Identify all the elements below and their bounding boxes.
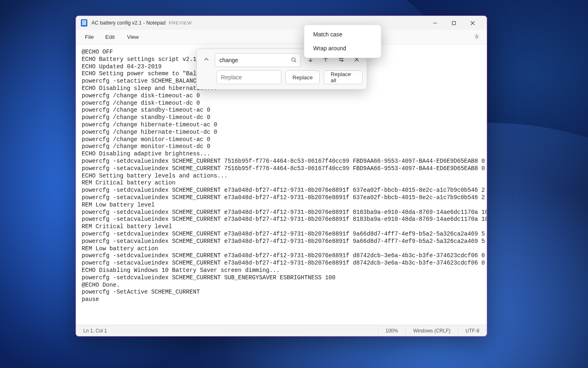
option-match-case[interactable]: Match case <box>304 27 381 41</box>
replace-input[interactable] <box>221 71 277 84</box>
menu-edit[interactable]: Edit <box>100 31 120 43</box>
preview-badge: PREVIEW <box>169 20 192 25</box>
minimize-button[interactable] <box>425 16 444 30</box>
notepad-icon <box>81 19 87 27</box>
svg-rect-1 <box>452 21 455 25</box>
gear-icon <box>473 33 480 41</box>
chevron-up-icon <box>204 56 209 64</box>
replace-button[interactable]: Replace <box>285 70 320 84</box>
desktop-wallpaper: AC battery config v2.1 - Notepad PREVIEW… <box>0 0 588 368</box>
titlebar[interactable]: AC battery config v2.1 - Notepad PREVIEW <box>76 16 487 30</box>
svg-point-5 <box>292 58 295 61</box>
status-position: Ln 1, Col 1 <box>76 325 114 336</box>
settings-button[interactable] <box>470 30 483 44</box>
search-field[interactable] <box>215 53 301 67</box>
svg-point-4 <box>476 36 477 37</box>
option-wrap-around[interactable]: Wrap around <box>304 41 381 55</box>
statusbar: Ln 1, Col 1 100% Windows (CRLF) UTF-8 <box>76 325 487 336</box>
status-encoding: UTF-8 <box>458 325 487 336</box>
status-zoom[interactable]: 100% <box>378 325 405 336</box>
status-eol: Windows (CRLF) <box>405 325 458 336</box>
svg-line-6 <box>295 61 296 62</box>
close-button[interactable] <box>463 16 482 30</box>
collapse-toggle[interactable] <box>201 53 212 67</box>
search-icon <box>291 57 297 63</box>
menu-file[interactable]: File <box>79 31 100 43</box>
search-input[interactable] <box>219 57 291 63</box>
replace-all-button[interactable]: Replace all <box>324 70 363 84</box>
menu-view[interactable]: View <box>120 31 145 43</box>
menubar: File Edit View <box>76 30 487 45</box>
maximize-button[interactable] <box>444 16 463 30</box>
replace-field[interactable] <box>216 70 281 84</box>
find-options-popup: Match case Wrap around <box>304 25 381 58</box>
window-title: AC battery config v2.1 - Notepad <box>91 20 165 26</box>
